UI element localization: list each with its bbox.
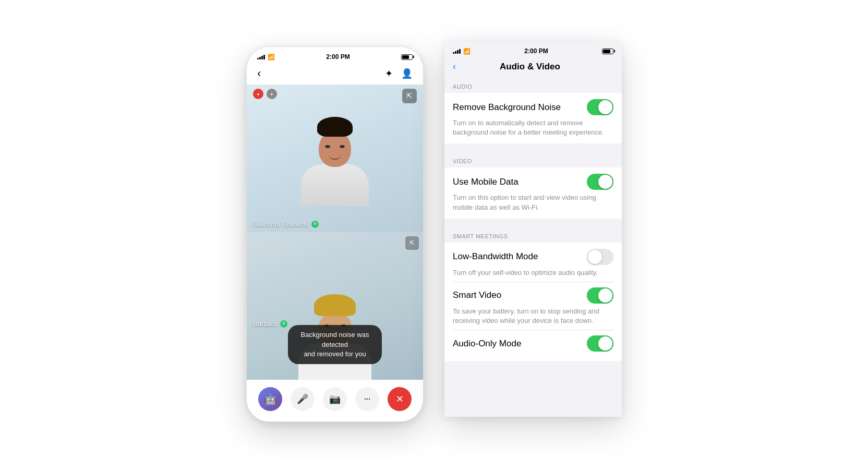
toggle-thumb-4: [598, 288, 612, 303]
smart-video-row: Smart Video: [453, 287, 613, 304]
participant-name-top: Giacomo Edwards 🎙: [253, 220, 319, 228]
signal-bar-2: [259, 57, 261, 59]
contacts-icon[interactable]: 👤: [401, 68, 413, 79]
expand-icon[interactable]: ⇱: [402, 89, 417, 103]
smile-top: [329, 154, 341, 160]
toggle-thumb-5: [598, 336, 612, 351]
end-call-button[interactable]: ✕: [388, 387, 412, 411]
person-top: [301, 117, 369, 206]
video-top-participant: ⇱: [247, 85, 423, 232]
audio-only-row: Audio-Only Mode: [453, 335, 613, 352]
noise-removal-toast: Background noise was detected and remove…: [288, 325, 382, 364]
more-options-button[interactable]: ···: [355, 387, 379, 411]
remove-bg-noise-row: Remove Background Noise: [453, 99, 613, 115]
participant-name-bottom: Barbara 🎙: [253, 320, 287, 328]
signal-bar-2-1: [453, 52, 454, 54]
bluetooth-icon[interactable]: ✦: [385, 68, 393, 79]
divider-2: [453, 330, 613, 330]
low-bandwidth-row: Low-Bandwidth Mode: [453, 249, 613, 265]
battery-icon-2: [602, 49, 613, 54]
use-mobile-data-toggle[interactable]: [587, 174, 613, 190]
battery-area: [401, 54, 413, 60]
settings-nav-bar: ‹ Audio & Video: [444, 58, 622, 77]
battery-icon: [401, 54, 413, 60]
section-gap-1: [444, 148, 622, 152]
signal-area-2: 📶: [453, 48, 471, 55]
phone-settings: 📶 2:00 PM ‹ Audio & Video AUDIO Remove B…: [444, 41, 622, 417]
time-display-phone1: 2:00 PM: [326, 53, 349, 61]
body-top: [301, 164, 369, 206]
battery-fill-2: [603, 50, 610, 53]
name-text-bottom: Barbara: [253, 320, 277, 328]
expand-icon-bottom[interactable]: ⇱: [405, 236, 419, 250]
section-header-smart-meetings: SMART MEETINGS: [444, 227, 622, 243]
controls-bar: 🤖 🎤 📷 ··· ✕: [247, 380, 423, 421]
settings-content: AUDIO Remove Background Noise Turn on to…: [444, 77, 622, 417]
signal-bar-1: [257, 58, 259, 59]
scene: 📶 2:00 PM ‹ ✦ 👤: [246, 36, 622, 422]
toggle-thumb-2: [598, 175, 612, 189]
nav-actions: ✦ 👤: [385, 68, 413, 79]
signal-bar-2-3: [457, 50, 459, 54]
hair-top: [317, 117, 353, 137]
section-gap-2: [444, 223, 622, 227]
eye-right-top: [340, 145, 345, 148]
eye-left-top: [325, 145, 330, 148]
signal-bars-icon: [257, 54, 265, 59]
recording-dot-red: ●: [253, 89, 263, 99]
battery-fill: [402, 55, 409, 59]
recording-dot-gray: ●: [267, 89, 277, 99]
name-text-top: Giacomo Edwards: [253, 220, 308, 228]
audio-only-label: Audio-Only Mode: [453, 339, 521, 349]
toggle-thumb-3: [588, 250, 602, 264]
nav-bar-phone1: ‹ ✦ 👤: [247, 64, 423, 85]
back-button-phone1[interactable]: ‹: [257, 67, 261, 80]
wifi-icon: 📶: [268, 54, 275, 61]
battery-area-2: [602, 49, 613, 54]
signal-area: 📶: [257, 54, 275, 61]
use-mobile-data-row: Use Mobile Data: [453, 174, 613, 190]
toggle-thumb: [598, 100, 612, 114]
video-background-top: [247, 85, 423, 232]
video-card: Use Mobile Data Turn on this option to s…: [444, 167, 622, 218]
phone-video-call: 📶 2:00 PM ‹ ✦ 👤: [246, 46, 424, 422]
section-header-audio: AUDIO: [444, 77, 622, 93]
mic-active-indicator-bottom: 🎙: [280, 320, 287, 328]
section-header-video: VIDEO: [444, 152, 622, 167]
divider-1: [453, 282, 613, 282]
video-area: ● ● ⇱: [247, 85, 423, 380]
mic-active-indicator-top: 🎙: [311, 221, 319, 228]
video-background-bottom: ⇱: [247, 232, 423, 380]
settings-page-title: Audio & Video: [500, 62, 560, 72]
video-toggle-button[interactable]: 📷: [323, 387, 347, 411]
use-mobile-data-label: Use Mobile Data: [453, 177, 519, 187]
ai-assistant-button[interactable]: 🤖: [258, 387, 282, 411]
mute-button[interactable]: 🎤: [291, 387, 315, 411]
time-display-phone2: 2:00 PM: [524, 47, 548, 55]
low-bandwidth-desc: Turn off your self-video to optimize aud…: [453, 268, 613, 278]
recording-indicators: ● ●: [253, 89, 277, 99]
remove-bg-noise-desc: Turn on to automatically detect and remo…: [453, 118, 613, 137]
audio-card: Remove Background Noise Turn on to autom…: [444, 93, 622, 143]
smart-video-desc: To save your battery, turn on to stop se…: [453, 307, 613, 326]
status-bar-phone1: 📶 2:00 PM: [247, 47, 423, 64]
low-bandwidth-label: Low-Bandwidth Mode: [453, 251, 538, 262]
remove-bg-noise-toggle[interactable]: [587, 99, 613, 115]
signal-bars-icon-2: [453, 49, 461, 54]
hair-bottom: [314, 294, 356, 316]
signal-bar-4: [263, 55, 265, 59]
smart-meetings-card: Low-Bandwidth Mode Turn off your self-vi…: [444, 243, 622, 361]
use-mobile-data-desc: Turn on this option to start and view vi…: [453, 193, 613, 212]
smart-video-toggle[interactable]: [587, 287, 613, 304]
video-bottom-participant: ⇱: [247, 232, 423, 380]
signal-bar-2-4: [459, 49, 461, 54]
remove-bg-noise-label: Remove Background Noise: [453, 102, 561, 113]
audio-only-toggle[interactable]: [587, 335, 613, 352]
smart-video-label: Smart Video: [453, 290, 501, 300]
signal-bar-3: [261, 56, 263, 59]
toast-text: Background noise was detected and remove…: [301, 331, 369, 357]
back-button-settings[interactable]: ‹: [453, 61, 456, 72]
low-bandwidth-toggle[interactable]: [587, 249, 613, 265]
status-bar-phone2: 📶 2:00 PM: [444, 41, 622, 58]
wifi-icon-2: 📶: [463, 48, 471, 55]
